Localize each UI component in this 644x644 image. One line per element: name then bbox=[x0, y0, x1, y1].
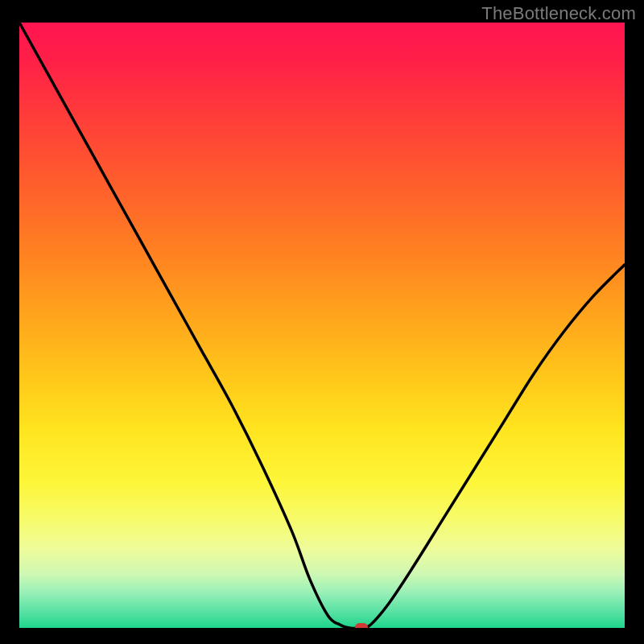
watermark-text: TheBottleneck.com bbox=[481, 3, 636, 24]
bottleneck-curve-path bbox=[19, 23, 625, 628]
optimal-point-marker bbox=[355, 623, 368, 628]
chart-frame: TheBottleneck.com bbox=[0, 0, 644, 644]
bottleneck-curve-svg bbox=[19, 23, 625, 628]
plot-area bbox=[19, 23, 625, 628]
